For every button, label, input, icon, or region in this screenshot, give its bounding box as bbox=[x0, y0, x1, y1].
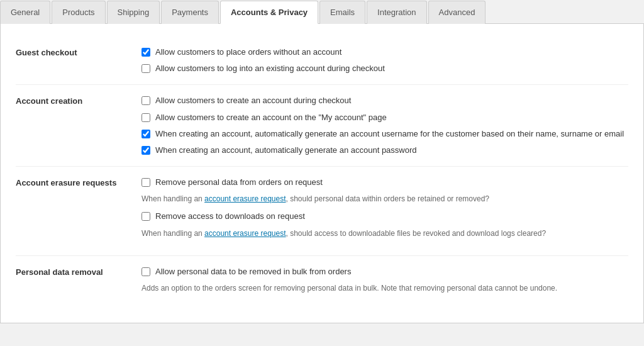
section-label-personal-data-removal: Personal data removal bbox=[16, 266, 142, 300]
tab-products[interactable]: Products bbox=[52, 1, 105, 24]
help-text-erasure-downloads: When handling an account erasure request… bbox=[142, 228, 628, 239]
tab-advanced[interactable]: Advanced bbox=[428, 1, 486, 24]
checkbox-row: Allow customers to log into an existing … bbox=[142, 63, 628, 74]
checkbox-row: When creating an account, automatically … bbox=[142, 145, 628, 156]
checkbox-label-auto-generate-username[interactable]: When creating an account, automatically … bbox=[155, 128, 624, 140]
link-account-erasure-request-2[interactable]: account erasure request bbox=[204, 229, 286, 238]
checkbox-auto-generate-username[interactable] bbox=[142, 130, 150, 138]
checkbox-label-auto-generate-password[interactable]: When creating an account, automatically … bbox=[155, 145, 417, 156]
section-content-guest-checkout: Allow customers to place orders without … bbox=[142, 47, 628, 74]
checkbox-row: Allow customers to create an account dur… bbox=[142, 95, 628, 106]
section-content-personal-data-removal: Allow personal data to be removed in bul… bbox=[142, 266, 628, 300]
section-personal-data-removal: Personal data removal Allow personal dat… bbox=[16, 256, 628, 310]
tab-integration[interactable]: Integration bbox=[367, 1, 426, 24]
page-wrapper: General Products Shipping Payments Accou… bbox=[0, 0, 644, 346]
checkbox-row: Allow customers to create an account on … bbox=[142, 112, 628, 123]
checkbox-label-remove-access-downloads[interactable]: Remove access to downloads on request bbox=[155, 211, 305, 222]
checkbox-create-during-checkout[interactable] bbox=[142, 96, 150, 105]
tab-accounts-privacy[interactable]: Accounts & Privacy bbox=[220, 1, 318, 24]
tabs-bar: General Products Shipping Payments Accou… bbox=[0, 0, 644, 24]
checkbox-row: Allow personal data to be removed in bul… bbox=[142, 266, 628, 277]
content-area: Guest checkout Allow customers to place … bbox=[0, 24, 644, 323]
link-account-erasure-request-1[interactable]: account erasure request bbox=[204, 194, 286, 203]
checkbox-label-allow-orders[interactable]: Allow customers to place orders without … bbox=[155, 47, 341, 58]
checkbox-create-on-my-account[interactable] bbox=[142, 113, 150, 122]
checkbox-label-remove-personal-orders[interactable]: Remove personal data from orders on requ… bbox=[155, 177, 323, 188]
checkbox-label-log-into-existing[interactable]: Allow customers to log into an existing … bbox=[155, 63, 385, 74]
checkbox-row: Remove personal data from orders on requ… bbox=[142, 177, 628, 188]
checkbox-row: Allow customers to place orders without … bbox=[142, 47, 628, 58]
help-text-personal-data-removal: Adds an option to the orders screen for … bbox=[142, 282, 628, 294]
section-account-erasure: Account erasure requests Remove personal… bbox=[16, 167, 628, 255]
checkbox-allow-bulk-removal[interactable] bbox=[142, 267, 150, 276]
tab-general[interactable]: General bbox=[0, 1, 50, 24]
section-guest-checkout: Guest checkout Allow customers to place … bbox=[16, 36, 628, 85]
checkbox-label-create-on-my-account[interactable]: Allow customers to create an account on … bbox=[155, 112, 387, 123]
section-label-account-erasure: Account erasure requests bbox=[16, 177, 142, 245]
checkbox-label-allow-bulk-removal[interactable]: Allow personal data to be removed in bul… bbox=[155, 266, 351, 277]
checkbox-auto-generate-password[interactable] bbox=[142, 146, 150, 155]
section-label-account-creation: Account creation bbox=[16, 95, 142, 156]
section-content-account-creation: Allow customers to create an account dur… bbox=[142, 95, 628, 156]
tab-shipping[interactable]: Shipping bbox=[107, 1, 160, 24]
section-content-account-erasure: Remove personal data from orders on requ… bbox=[142, 177, 628, 245]
tab-emails[interactable]: Emails bbox=[319, 1, 365, 24]
checkbox-row: Remove access to downloads on request bbox=[142, 211, 628, 222]
section-account-creation: Account creation Allow customers to crea… bbox=[16, 85, 628, 167]
checkbox-remove-access-downloads[interactable] bbox=[142, 212, 150, 221]
help-text-erasure-orders: When handling an account erasure request… bbox=[142, 193, 628, 204]
checkbox-remove-personal-data-orders[interactable] bbox=[142, 178, 150, 187]
checkbox-label-create-during-checkout[interactable]: Allow customers to create an account dur… bbox=[155, 95, 351, 106]
tab-payments[interactable]: Payments bbox=[161, 1, 219, 24]
checkbox-row: When creating an account, automatically … bbox=[142, 128, 628, 140]
checkbox-allow-orders-without-account[interactable] bbox=[142, 48, 150, 57]
checkbox-allow-log-into-existing[interactable] bbox=[142, 64, 150, 73]
section-label-guest-checkout: Guest checkout bbox=[16, 47, 142, 74]
